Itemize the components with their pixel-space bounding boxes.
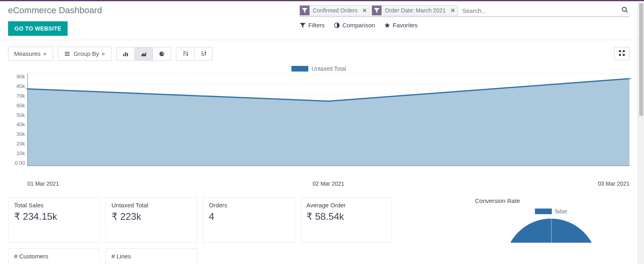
close-icon[interactable]: ✕ bbox=[360, 7, 369, 14]
scrollbar[interactable] bbox=[638, 2, 644, 264]
filters-dropdown[interactable]: Filters bbox=[299, 22, 325, 29]
y-tick: 40k bbox=[17, 121, 25, 127]
caret-right-icon: ▶ bbox=[102, 51, 105, 56]
kpi-label: Untaxed Total bbox=[111, 202, 191, 209]
conversion-pie[interactable] bbox=[505, 219, 597, 243]
expand-button[interactable] bbox=[614, 47, 630, 60]
close-icon[interactable]: ✕ bbox=[448, 7, 458, 14]
search-toolbar: Filters Comparison Favorites bbox=[299, 22, 630, 29]
y-axis-labels: 90k 80k 70k 60k 50k 40k 30k 20k 10k 0.00 bbox=[8, 74, 27, 166]
conversion-legend-label: false bbox=[555, 208, 567, 215]
half-circle-icon bbox=[334, 22, 340, 29]
chart-toolbar: Measures ▶ Group By ▶ bbox=[8, 47, 630, 61]
search-bar: Confirmed Orders ✕ Order Date: March 202… bbox=[299, 5, 630, 17]
kpi-average-order[interactable]: Average Order ₹ 58.54k bbox=[300, 197, 392, 243]
legend-swatch bbox=[291, 66, 308, 72]
y-tick: 90k bbox=[17, 74, 25, 80]
kpi-label: # Customers bbox=[14, 253, 94, 260]
kpi-row: Total Sales ₹ 234.15k Untaxed Total ₹ 22… bbox=[8, 197, 630, 243]
page-title: eCommerce Dashboard bbox=[8, 5, 102, 16]
list-icon bbox=[64, 51, 70, 57]
star-icon bbox=[384, 22, 390, 29]
funnel-icon bbox=[372, 6, 382, 15]
group-by-label: Group By bbox=[74, 50, 99, 57]
x-axis-labels: 01 Mar 2021 02 Mar 2021 03 Mar 2021 bbox=[8, 180, 630, 187]
filter-chip-label: Order Date: March 2021 bbox=[382, 7, 448, 14]
y-tick: 30k bbox=[17, 131, 25, 137]
go-to-website-button[interactable]: GO TO WEBSITE bbox=[8, 21, 68, 36]
bar-chart-icon bbox=[122, 51, 129, 57]
kpi-customers[interactable]: # Customers 1 bbox=[8, 248, 100, 264]
y-tick: 60k bbox=[17, 102, 25, 108]
y-tick: 80k bbox=[17, 83, 25, 89]
funnel-icon bbox=[300, 6, 310, 15]
kpi-value: 1 bbox=[14, 262, 94, 264]
kpi-value: ₹ 234.15k bbox=[14, 211, 94, 222]
area-chart-icon bbox=[140, 51, 147, 57]
x-tick: 01 Mar 2021 bbox=[27, 180, 59, 187]
kpi-label: Average Order bbox=[306, 202, 386, 209]
favorites-dropdown[interactable]: Favorites bbox=[384, 22, 418, 29]
header: eCommerce Dashboard GO TO WEBSITE Confir… bbox=[0, 1, 638, 40]
conversion-rate-panel: Conversion Rate false bbox=[473, 197, 630, 243]
measures-dropdown[interactable]: Measures ▶ bbox=[8, 47, 53, 60]
kpi-value: ₹ 223k bbox=[111, 211, 191, 222]
conversion-title: Conversion Rate bbox=[473, 197, 630, 204]
x-tick: 03 Mar 2021 bbox=[598, 180, 630, 187]
kpi-untaxed-total[interactable]: Untaxed Total ₹ 223k bbox=[105, 197, 197, 243]
sort-desc-icon bbox=[182, 51, 188, 57]
chart-svg bbox=[28, 74, 630, 166]
kpi-orders[interactable]: Orders 4 bbox=[203, 197, 295, 243]
svg-point-0 bbox=[622, 7, 626, 11]
filter-chip-order-date[interactable]: Order Date: March 2021 ✕ bbox=[372, 5, 458, 16]
kpi-label: Total Sales bbox=[14, 202, 94, 209]
chart-plot[interactable] bbox=[27, 74, 630, 166]
kpi-total-sales[interactable]: Total Sales ₹ 234.15k bbox=[8, 197, 100, 243]
line-chart-button[interactable] bbox=[134, 47, 153, 60]
kpi-label: Orders bbox=[209, 202, 289, 209]
sort-asc-icon bbox=[200, 51, 206, 57]
x-tick: 02 Mar 2021 bbox=[313, 180, 345, 187]
pie-chart-button[interactable] bbox=[153, 47, 171, 60]
y-tick: 0.00 bbox=[15, 160, 25, 166]
expand-icon bbox=[619, 50, 625, 56]
pie-chart-icon bbox=[159, 51, 165, 57]
kpi-value: ₹ 58.54k bbox=[306, 211, 386, 222]
caret-right-icon: ▶ bbox=[44, 51, 47, 56]
y-tick: 20k bbox=[17, 141, 25, 147]
filter-chip-confirmed-orders[interactable]: Confirmed Orders ✕ bbox=[299, 5, 370, 16]
comparison-dropdown[interactable]: Comparison bbox=[334, 22, 375, 29]
sort-desc-button[interactable] bbox=[176, 47, 194, 60]
sort-asc-button[interactable] bbox=[194, 47, 212, 60]
filters-label: Filters bbox=[308, 22, 325, 29]
legend-label: Untaxed Total bbox=[312, 65, 346, 72]
y-tick: 10k bbox=[17, 150, 25, 156]
conversion-legend: false bbox=[473, 208, 630, 215]
comparison-label: Comparison bbox=[343, 22, 375, 29]
legend-swatch bbox=[535, 209, 552, 214]
svg-rect-8 bbox=[127, 53, 128, 56]
y-tick: 70k bbox=[17, 93, 25, 99]
y-tick: 50k bbox=[17, 112, 25, 118]
kpi-lines[interactable]: # Lines 4 bbox=[105, 248, 197, 264]
kpi-label: # Lines bbox=[111, 253, 191, 260]
search-icon[interactable] bbox=[620, 6, 630, 15]
group-by-dropdown[interactable]: Group By ▶ bbox=[58, 47, 111, 60]
kpi-value: 4 bbox=[209, 211, 289, 222]
funnel-icon bbox=[299, 22, 306, 29]
svg-rect-6 bbox=[123, 54, 124, 56]
kpi-row-2: # Customers 1 # Lines 4 bbox=[8, 248, 630, 264]
bar-chart-button[interactable] bbox=[117, 47, 134, 60]
chart: Untaxed Total 90k 80k 70k 60k 50k 40k 30… bbox=[8, 65, 630, 187]
filter-chip-label: Confirmed Orders bbox=[310, 7, 360, 14]
scrollbar-thumb[interactable] bbox=[639, 3, 643, 116]
content: Measures ▶ Group By ▶ bbox=[0, 40, 638, 264]
search-input[interactable] bbox=[460, 6, 618, 15]
svg-line-1 bbox=[626, 11, 627, 12]
measures-label: Measures bbox=[14, 50, 41, 57]
kpi-value: 4 bbox=[111, 262, 191, 264]
svg-rect-7 bbox=[125, 52, 126, 56]
favorites-label: Favorites bbox=[393, 22, 418, 29]
chart-legend: Untaxed Total bbox=[8, 65, 630, 72]
